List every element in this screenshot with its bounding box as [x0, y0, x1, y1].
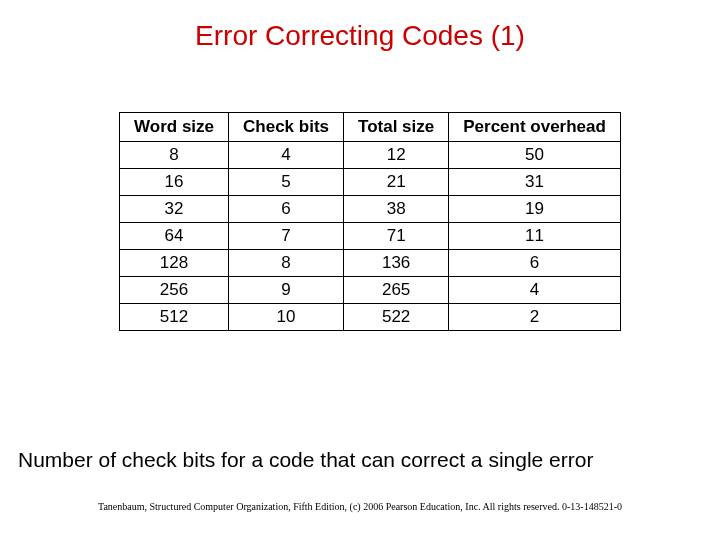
cell: 4	[229, 142, 344, 169]
cell: 512	[120, 304, 229, 331]
cell: 2	[449, 304, 621, 331]
cell: 16	[120, 169, 229, 196]
cell: 71	[344, 223, 449, 250]
footer-citation: Tanenbaum, Structured Computer Organizat…	[0, 501, 720, 512]
cell: 8	[120, 142, 229, 169]
cell: 265	[344, 277, 449, 304]
data-table: Word size Check bits Total size Percent …	[119, 112, 621, 331]
table-header-row: Word size Check bits Total size Percent …	[120, 113, 621, 142]
cell: 136	[344, 250, 449, 277]
cell: 38	[344, 196, 449, 223]
table-row: 32 6 38 19	[120, 196, 621, 223]
cell: 8	[229, 250, 344, 277]
slide-title: Error Correcting Codes (1)	[0, 0, 720, 112]
cell: 128	[120, 250, 229, 277]
table-row: 256 9 265 4	[120, 277, 621, 304]
col-header-word-size: Word size	[120, 113, 229, 142]
cell: 32	[120, 196, 229, 223]
table-container: Word size Check bits Total size Percent …	[0, 112, 720, 331]
cell: 21	[344, 169, 449, 196]
table-row: 16 5 21 31	[120, 169, 621, 196]
col-header-total-size: Total size	[344, 113, 449, 142]
cell: 50	[449, 142, 621, 169]
table-row: 64 7 71 11	[120, 223, 621, 250]
cell: 6	[449, 250, 621, 277]
table-row: 512 10 522 2	[120, 304, 621, 331]
cell: 7	[229, 223, 344, 250]
table-row: 8 4 12 50	[120, 142, 621, 169]
cell: 4	[449, 277, 621, 304]
cell: 9	[229, 277, 344, 304]
cell: 19	[449, 196, 621, 223]
cell: 12	[344, 142, 449, 169]
col-header-percent-overhead: Percent overhead	[449, 113, 621, 142]
cell: 5	[229, 169, 344, 196]
col-header-check-bits: Check bits	[229, 113, 344, 142]
cell: 6	[229, 196, 344, 223]
cell: 10	[229, 304, 344, 331]
cell: 522	[344, 304, 449, 331]
caption-text: Number of check bits for a code that can…	[0, 448, 720, 472]
cell: 11	[449, 223, 621, 250]
cell: 256	[120, 277, 229, 304]
table-row: 128 8 136 6	[120, 250, 621, 277]
cell: 31	[449, 169, 621, 196]
cell: 64	[120, 223, 229, 250]
